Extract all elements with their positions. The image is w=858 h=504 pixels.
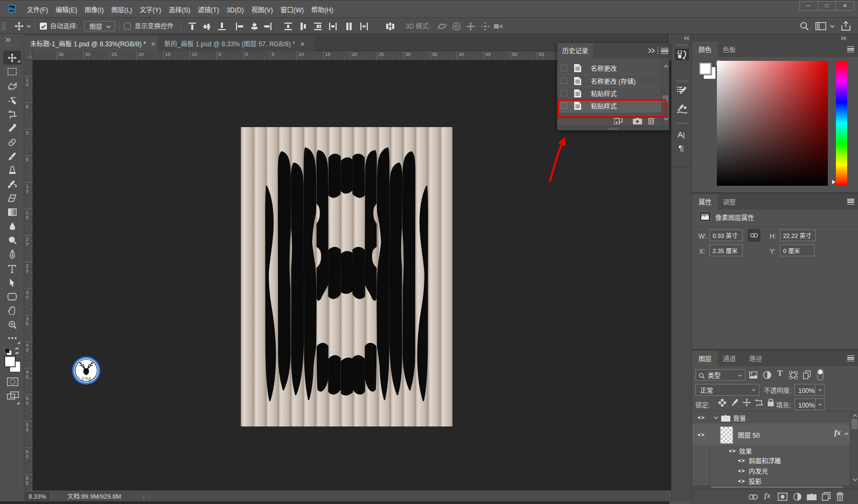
svg-text:35: 35: [58, 52, 64, 57]
svg-text:20: 20: [352, 52, 357, 57]
svg-text:5: 5: [26, 427, 29, 432]
svg-text:5: 5: [218, 52, 221, 57]
svg-text:0: 0: [26, 295, 29, 300]
svg-text:45: 45: [485, 52, 491, 57]
svg-text:15: 15: [165, 52, 170, 57]
svg-text:0: 0: [26, 454, 29, 459]
svg-text:5: 5: [26, 215, 29, 220]
svg-text:30: 30: [85, 52, 90, 57]
svg-text:5: 5: [26, 480, 29, 486]
svg-text:15: 15: [325, 52, 331, 57]
svg-text:50: 50: [512, 52, 518, 57]
svg-text:20: 20: [138, 52, 144, 57]
svg-text:25: 25: [111, 52, 117, 57]
svg-text:0: 0: [26, 130, 29, 136]
svg-text:0: 0: [245, 52, 248, 57]
svg-text:0: 0: [26, 82, 29, 87]
svg-text:5: 5: [26, 104, 29, 109]
svg-text:30: 30: [405, 52, 410, 57]
svg-text:40: 40: [458, 52, 464, 57]
svg-text:10: 10: [298, 52, 304, 57]
svg-text:5: 5: [26, 374, 29, 380]
svg-text:5: 5: [26, 268, 29, 274]
svg-text:0: 0: [26, 401, 29, 406]
svg-text:5: 5: [26, 321, 29, 326]
svg-text:0: 0: [26, 241, 29, 247]
svg-text:5: 5: [272, 52, 275, 57]
svg-text:10: 10: [192, 52, 197, 57]
svg-text:25: 25: [379, 52, 384, 57]
svg-text:行东岳: 行东岳: [81, 376, 92, 381]
svg-text:0: 0: [26, 347, 29, 353]
svg-text:0: 0: [26, 188, 29, 194]
svg-text:35: 35: [432, 52, 437, 57]
svg-text:55: 55: [539, 52, 544, 57]
svg-text:5: 5: [26, 157, 29, 162]
